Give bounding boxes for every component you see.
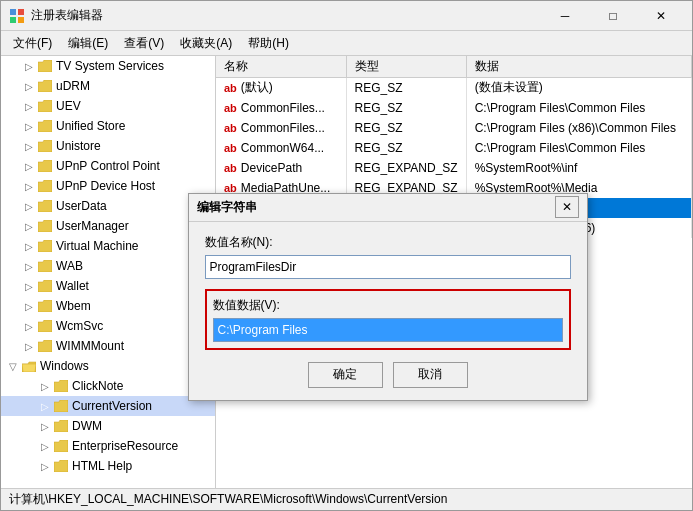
registry-tree: ▷ TV System Services ▷ uDRM ▷ U bbox=[1, 56, 216, 488]
tree-label: UPnP Device Host bbox=[56, 179, 155, 193]
expand-icon: ▷ bbox=[21, 258, 37, 274]
dialog-buttons: 确定 取消 bbox=[205, 362, 571, 388]
expand-icon: ▷ bbox=[21, 278, 37, 294]
row-data: %SystemRoot%\inf bbox=[466, 158, 691, 178]
folder-icon bbox=[37, 318, 53, 334]
tree-label: WIMMMount bbox=[56, 339, 124, 353]
tree-item-wab[interactable]: ▷ WAB bbox=[1, 256, 215, 276]
tree-item-upnp-control[interactable]: ▷ UPnP Control Point bbox=[1, 156, 215, 176]
dialog-title: 编辑字符串 bbox=[197, 199, 555, 216]
row-type: REG_SZ bbox=[346, 78, 466, 98]
table-row[interactable]: ab DevicePath REG_EXPAND_SZ %SystemRoot%… bbox=[216, 158, 692, 178]
tree-label: Wallet bbox=[56, 279, 89, 293]
row-name: ab (默认) bbox=[216, 78, 346, 98]
tree-item-wbem[interactable]: ▷ Wbem bbox=[1, 296, 215, 316]
dialog-name-input[interactable] bbox=[205, 255, 571, 279]
tree-label: UserManager bbox=[56, 219, 129, 233]
row-type: REG_SZ bbox=[346, 98, 466, 118]
maximize-button[interactable]: □ bbox=[590, 2, 636, 30]
folder-icon bbox=[37, 118, 53, 134]
tree-item-unistore[interactable]: ▷ Unistore bbox=[1, 136, 215, 156]
expand-icon: ▷ bbox=[21, 178, 37, 194]
tree-item-clicknote[interactable]: ▷ ClickNote bbox=[1, 376, 215, 396]
menu-edit[interactable]: 编辑(E) bbox=[60, 33, 116, 54]
svg-rect-1 bbox=[18, 9, 24, 15]
tree-label: UPnP Control Point bbox=[56, 159, 160, 173]
tree-item-wcmsvc[interactable]: ▷ WcmSvc bbox=[1, 316, 215, 336]
col-name[interactable]: 名称 bbox=[216, 56, 346, 78]
tree-item-upnp-device[interactable]: ▷ UPnP Device Host bbox=[1, 176, 215, 196]
dialog-name-label: 数值名称(N): bbox=[205, 234, 571, 251]
dialog-cancel-button[interactable]: 取消 bbox=[393, 362, 468, 388]
tree-item-udrm[interactable]: ▷ uDRM bbox=[1, 76, 215, 96]
registry-editor-window: 注册表编辑器 ─ □ ✕ 文件(F) 编辑(E) 查看(V) 收藏夹(A) 帮助… bbox=[0, 0, 693, 511]
dialog-title-bar: 编辑字符串 ✕ bbox=[189, 194, 587, 222]
svg-rect-0 bbox=[10, 9, 16, 15]
tree-label: Wbem bbox=[56, 299, 91, 313]
tree-item-html-help[interactable]: ▷ HTML Help bbox=[1, 456, 215, 476]
folder-icon bbox=[53, 418, 69, 434]
col-data[interactable]: 数据 bbox=[466, 56, 691, 78]
menu-view[interactable]: 查看(V) bbox=[116, 33, 172, 54]
expand-icon: ▷ bbox=[37, 458, 53, 474]
tree-label: CurrentVersion bbox=[72, 399, 152, 413]
expand-icon: ▷ bbox=[21, 218, 37, 234]
dialog-value-input[interactable] bbox=[213, 318, 563, 342]
row-data: C:\Program Files\Common Files bbox=[466, 98, 691, 118]
menu-bar: 文件(F) 编辑(E) 查看(V) 收藏夹(A) 帮助(H) bbox=[1, 31, 692, 55]
table-row[interactable]: ab CommonFiles... REG_SZ C:\Program File… bbox=[216, 118, 692, 138]
tree-label: uDRM bbox=[56, 79, 90, 93]
tree-item-uev[interactable]: ▷ UEV bbox=[1, 96, 215, 116]
tree-item-unified-store[interactable]: ▷ Unified Store bbox=[1, 116, 215, 136]
expand-icon: ▽ bbox=[5, 358, 21, 374]
row-name: ab CommonW64... bbox=[216, 138, 346, 158]
tree-item-virtual-machine[interactable]: ▷ Virtual Machine bbox=[1, 236, 215, 256]
row-name: ab CommonFiles... bbox=[216, 118, 346, 138]
tree-label: Windows bbox=[40, 359, 89, 373]
tree-label: Virtual Machine bbox=[56, 239, 139, 253]
folder-icon bbox=[53, 458, 69, 474]
table-row[interactable]: ab CommonW64... REG_SZ C:\Program Files\… bbox=[216, 138, 692, 158]
tree-item-userdata[interactable]: ▷ UserData bbox=[1, 196, 215, 216]
minimize-button[interactable]: ─ bbox=[542, 2, 588, 30]
tree-item-usermanager[interactable]: ▷ UserManager bbox=[1, 216, 215, 236]
expand-icon: ▷ bbox=[21, 138, 37, 154]
row-name: ab DevicePath bbox=[216, 158, 346, 178]
tree-item-wallet[interactable]: ▷ Wallet bbox=[1, 276, 215, 296]
table-row[interactable]: ab (默认) REG_SZ (数值未设置) bbox=[216, 78, 692, 98]
tree-item-enterprise[interactable]: ▷ EnterpriseResource bbox=[1, 436, 215, 456]
expand-icon: ▷ bbox=[37, 378, 53, 394]
tree-item-tv-system-services[interactable]: ▷ TV System Services bbox=[1, 56, 215, 76]
expand-icon: ▷ bbox=[21, 298, 37, 314]
title-bar: 注册表编辑器 ─ □ ✕ bbox=[1, 1, 692, 31]
tree-item-currentversion[interactable]: ▷ CurrentVersion bbox=[1, 396, 215, 416]
tree-item-windows[interactable]: ▽ Windows bbox=[1, 356, 215, 376]
menu-favorites[interactable]: 收藏夹(A) bbox=[172, 33, 240, 54]
folder-icon bbox=[37, 298, 53, 314]
row-data: C:\Program Files\Common Files bbox=[466, 138, 691, 158]
tree-label: Unified Store bbox=[56, 119, 125, 133]
expand-icon: ▷ bbox=[21, 98, 37, 114]
tree-item-wimmmount[interactable]: ▷ WIMMMount bbox=[1, 336, 215, 356]
expand-icon: ▷ bbox=[21, 58, 37, 74]
folder-icon bbox=[37, 338, 53, 354]
dialog-value-label: 数值数据(V): bbox=[213, 297, 563, 314]
dialog-close-button[interactable]: ✕ bbox=[555, 196, 579, 218]
expand-icon: ▷ bbox=[21, 118, 37, 134]
row-name: ab CommonFiles... bbox=[216, 98, 346, 118]
svg-rect-3 bbox=[18, 17, 24, 23]
app-icon bbox=[9, 8, 25, 24]
table-row[interactable]: ab CommonFiles... REG_SZ C:\Program File… bbox=[216, 98, 692, 118]
folder-icon bbox=[37, 58, 53, 74]
menu-help[interactable]: 帮助(H) bbox=[240, 33, 297, 54]
folder-icon bbox=[37, 198, 53, 214]
tree-item-dwm[interactable]: ▷ DWM bbox=[1, 416, 215, 436]
tree-label: Unistore bbox=[56, 139, 101, 153]
folder-icon bbox=[37, 238, 53, 254]
menu-file[interactable]: 文件(F) bbox=[5, 33, 60, 54]
dialog-ok-button[interactable]: 确定 bbox=[308, 362, 383, 388]
close-button[interactable]: ✕ bbox=[638, 2, 684, 30]
col-type[interactable]: 类型 bbox=[346, 56, 466, 78]
status-text: 计算机\HKEY_LOCAL_MACHINE\SOFTWARE\Microsof… bbox=[9, 491, 447, 508]
dialog-body: 数值名称(N): 数值数据(V): 确定 取消 bbox=[189, 222, 587, 400]
